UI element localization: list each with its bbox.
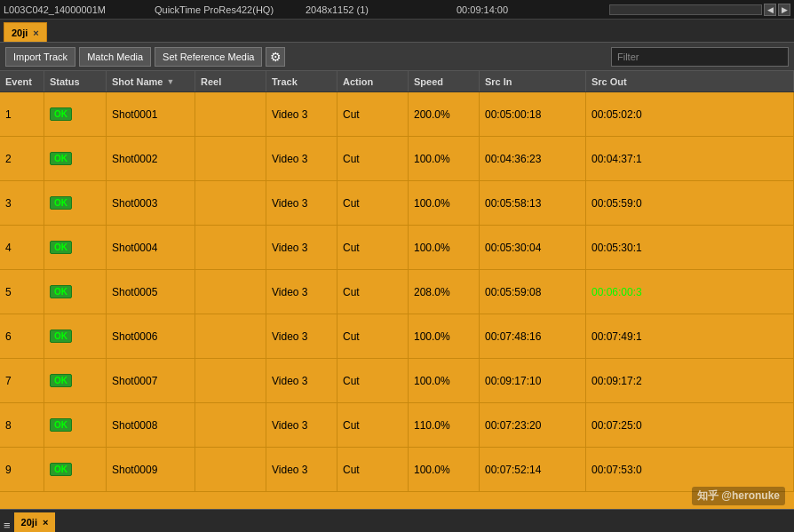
status-badge: OK (50, 418, 72, 432)
table-row[interactable]: 5OKShot0005Video 3Cut208.0%00:05:59:0800… (0, 270, 794, 314)
bottom-tab-bar: ≡ 20ji × (0, 509, 794, 532)
tab-label: 20ji (12, 28, 28, 38)
cell-speed: 100.0% (409, 137, 480, 180)
cell-action: Cut (337, 359, 409, 402)
status-badge: OK (50, 285, 72, 298)
cell-shotname: Shot0001 (107, 92, 195, 136)
col-header-shotname[interactable]: Shot Name ▼ (107, 71, 195, 91)
cell-shotname: Shot0004 (107, 226, 195, 269)
cell-reel (195, 92, 266, 136)
sort-arrow-icon: ▼ (166, 77, 174, 86)
col-header-status: Status (44, 71, 107, 91)
gear-button[interactable]: ⚙ (266, 47, 285, 67)
cell-shotname: Shot0005 (107, 270, 195, 314)
col-header-event: Event (0, 71, 44, 91)
cell-srcin: 00:09:17:10 (480, 359, 586, 402)
cell-track: Video 3 (266, 403, 337, 447)
cell-action: Cut (337, 137, 409, 180)
cell-srcin: 00:05:59:08 (480, 270, 586, 314)
cell-event: 6 (0, 314, 44, 358)
table-row[interactable]: 7OKShot0007Video 3Cut100.0%00:09:17:1000… (0, 359, 794, 403)
media-filename: L003C042_14000001M (4, 4, 155, 15)
cell-track: Video 3 (266, 92, 337, 136)
cell-action: Cut (337, 403, 409, 447)
cell-event: 9 (0, 448, 44, 491)
import-track-button[interactable]: Import Track (5, 47, 75, 67)
cell-srcin: 00:07:48:16 (480, 314, 586, 358)
cell-srcin: 00:05:00:18 (480, 92, 586, 136)
cell-track: Video 3 (266, 270, 337, 314)
cell-speed: 110.0% (409, 403, 480, 447)
toolbar: Import Track Match Media Set Reference M… (0, 43, 794, 71)
cell-shotname: Shot0008 (107, 403, 195, 447)
col-header-action: Action (337, 71, 409, 91)
table-row[interactable]: 3OKShot0003Video 3Cut100.0%00:05:58:1300… (0, 181, 794, 226)
bottom-tab-20ji[interactable]: 20ji × (14, 512, 56, 532)
cell-reel (195, 314, 266, 358)
cell-action: Cut (337, 226, 409, 269)
cell-speed: 208.0% (409, 270, 480, 314)
cell-status: OK (44, 270, 107, 314)
cell-event: 4 (0, 226, 44, 269)
cell-srcout: 00:05:02:0 (586, 92, 794, 136)
cell-srcout: 00:07:53:0 (586, 448, 794, 491)
cell-track: Video 3 (266, 181, 337, 225)
tab-close-icon[interactable]: × (33, 28, 38, 38)
filter-input[interactable] (611, 47, 789, 67)
cell-track: Video 3 (266, 226, 337, 269)
cell-reel (195, 226, 266, 269)
status-badge: OK (50, 330, 72, 343)
media-codec: QuickTime ProRes422(HQ) (155, 4, 306, 15)
cell-speed: 100.0% (409, 314, 480, 358)
tab-20ji[interactable]: 20ji × (4, 22, 47, 42)
cell-reel (195, 181, 266, 225)
top-scrollbar[interactable] (609, 4, 762, 15)
cell-srcout: 00:07:25:0 (586, 403, 794, 447)
match-media-button[interactable]: Match Media (79, 47, 151, 67)
table-row[interactable]: 2OKShot0002Video 3Cut100.0%00:04:36:2300… (0, 137, 794, 181)
cell-speed: 100.0% (409, 359, 480, 402)
bottom-icon: ≡ (4, 519, 11, 532)
tab-bar: 20ji × (0, 20, 794, 43)
status-badge: OK (50, 241, 72, 254)
top-nav-arrows: ◀ ▶ (764, 4, 790, 16)
table-row[interactable]: 6OKShot0006Video 3Cut100.0%00:07:48:1600… (0, 314, 794, 359)
cell-status: OK (44, 448, 107, 491)
col-header-srcin: Src In (480, 71, 586, 91)
cell-shotname: Shot0003 (107, 181, 195, 225)
cell-srcout: 00:09:17:2 (586, 359, 794, 402)
table-row[interactable]: 9OKShot0009Video 3Cut100.0%00:07:52:1400… (0, 448, 794, 492)
cell-track: Video 3 (266, 448, 337, 491)
cell-reel (195, 448, 266, 491)
cell-event: 1 (0, 92, 44, 136)
cell-track: Video 3 (266, 359, 337, 402)
cell-event: 5 (0, 270, 44, 314)
top-media-bar: L003C042_14000001M QuickTime ProRes422(H… (0, 0, 794, 20)
cell-speed: 100.0% (409, 448, 480, 491)
set-reference-media-button[interactable]: Set Reference Media (155, 47, 262, 67)
next-arrow[interactable]: ▶ (778, 4, 790, 16)
status-badge: OK (50, 374, 72, 387)
bottom-tab-close[interactable]: × (43, 517, 48, 528)
col-header-srcout: Src Out (586, 71, 794, 91)
table-row[interactable]: 8OKShot0008Video 3Cut110.0%00:07:23:2000… (0, 403, 794, 448)
status-badge: OK (50, 152, 72, 165)
cell-action: Cut (337, 448, 409, 491)
media-timecode: 00:09:14:00 (457, 4, 607, 15)
cell-action: Cut (337, 314, 409, 358)
status-badge: OK (50, 463, 72, 476)
cell-srcin: 00:05:58:13 (480, 181, 586, 225)
bottom-tab-label: 20ji (21, 517, 37, 528)
col-header-reel: Reel (195, 71, 266, 91)
cell-reel (195, 137, 266, 180)
table-container: Event Status Shot Name ▼ Reel Track Acti… (0, 71, 794, 509)
cell-status: OK (44, 359, 107, 402)
table-row[interactable]: 1OKShot0001Video 3Cut200.0%00:05:00:1800… (0, 92, 794, 137)
table-row[interactable]: 4OKShot0004Video 3Cut100.0%00:05:30:0400… (0, 226, 794, 270)
cell-speed: 100.0% (409, 181, 480, 225)
prev-arrow[interactable]: ◀ (764, 4, 776, 16)
cell-status: OK (44, 92, 107, 136)
cell-status: OK (44, 226, 107, 269)
cell-srcout: 00:05:30:1 (586, 226, 794, 269)
cell-shotname: Shot0007 (107, 359, 195, 402)
